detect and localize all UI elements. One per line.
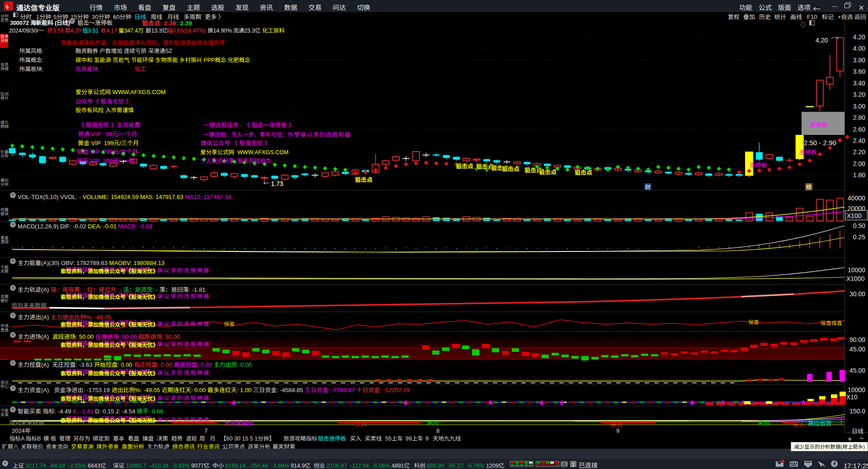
svg-text:★: ★: [720, 398, 726, 407]
svg-text:★: ★: [402, 398, 409, 407]
svg-text:★: ★: [800, 398, 807, 407]
svg-text:★: ★: [558, 398, 565, 407]
svg-text:★: ★: [538, 398, 545, 407]
svg-text:★: ★: [689, 398, 695, 407]
svg-text:★: ★: [487, 398, 494, 407]
svg-text:★: ★: [231, 398, 237, 407]
